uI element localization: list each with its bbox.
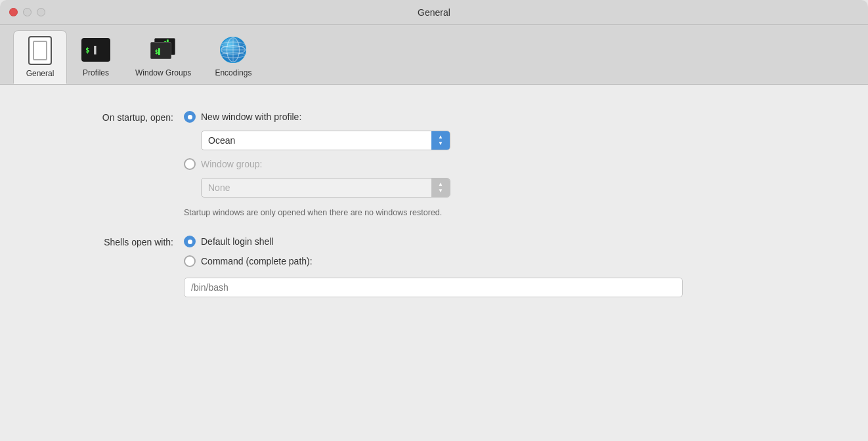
tab-profiles-label: Profiles (83, 68, 109, 77)
arrow-down-icon: ▼ (438, 141, 443, 146)
wg-arrow-up-icon: ▲ (438, 182, 443, 187)
window-group-option[interactable]: Window group: (184, 158, 450, 170)
shells-setting-row: Shells open with: Default login shell Co… (39, 236, 829, 297)
window-group-label: Window group: (201, 159, 262, 169)
general-icon-area (24, 35, 56, 66)
default-shell-label: Default login shell (201, 236, 274, 247)
minimize-button[interactable] (23, 8, 32, 16)
traffic-lights (9, 8, 45, 16)
default-shell-radio[interactable] (184, 236, 196, 247)
arrow-up-icon: ▲ (438, 135, 443, 140)
tab-profiles[interactable]: $ ▌ Profiles (70, 30, 122, 84)
command-option[interactable]: Command (complete path): (184, 255, 683, 267)
startup-hint: Startup windows are only opened when the… (184, 208, 450, 217)
encodings-icon-area (217, 34, 249, 66)
shells-label: Shells open with: (39, 236, 184, 247)
window-group-dropdown-arrows[interactable]: ▲ ▼ (431, 178, 450, 197)
window-groups-icon-area: $▌ $▌ (148, 34, 179, 66)
profiles-icon-text: $ ▌ (85, 46, 98, 54)
profile-dropdown[interactable]: Ocean ▲ ▼ (201, 131, 450, 150)
window-group-dropdown[interactable]: None ▲ ▼ (201, 178, 450, 198)
profiles-icon: $ ▌ (81, 38, 110, 62)
tab-window-groups-label: Window Groups (135, 68, 191, 77)
general-icon (28, 36, 52, 65)
window-groups-icon: $▌ $▌ (149, 38, 178, 62)
tab-general[interactable]: General (13, 30, 67, 84)
wg-arrow-down-icon: ▼ (438, 188, 443, 194)
content-area: On startup, open: New window with profil… (0, 85, 868, 441)
profiles-icon-area: $ ▌ (80, 34, 112, 66)
toolbar: General $ ▌ Profiles $▌ (0, 25, 868, 85)
tab-encodings[interactable]: Encodings (204, 30, 262, 84)
profile-dropdown-container: Ocean ▲ ▼ (201, 131, 450, 150)
title-bar: General (0, 0, 868, 25)
new-window-radio[interactable] (184, 111, 196, 123)
command-radio[interactable] (184, 255, 196, 267)
settings-grid: On startup, open: New window with profil… (39, 111, 829, 297)
maximize-button[interactable] (37, 8, 45, 16)
globe-svg (219, 35, 248, 64)
close-button[interactable] (9, 8, 18, 16)
new-window-option[interactable]: New window with profile: (184, 111, 450, 123)
shells-controls: Default login shell Command (complete pa… (184, 236, 683, 297)
window-group-dropdown-value: None (202, 178, 431, 197)
main-window: General General $ ▌ Profiles (0, 0, 868, 441)
profile-dropdown-value: Ocean (202, 131, 431, 150)
command-label: Command (complete path): (201, 256, 313, 266)
profile-dropdown-arrows[interactable]: ▲ ▼ (431, 131, 450, 150)
default-shell-option[interactable]: Default login shell (184, 236, 683, 247)
startup-controls: New window with profile: Ocean ▲ ▼ (184, 111, 450, 217)
window-title: General (418, 7, 450, 18)
command-input[interactable] (184, 278, 683, 297)
tab-general-label: General (26, 69, 54, 78)
tab-window-groups[interactable]: $▌ $▌ Window Groups (125, 30, 202, 84)
new-window-label: New window with profile: (201, 112, 301, 122)
startup-label: On startup, open: (39, 111, 184, 123)
encodings-icon (219, 35, 248, 64)
window-group-dropdown-container: None ▲ ▼ (201, 178, 450, 198)
window-group-radio[interactable] (184, 158, 196, 170)
startup-setting-row: On startup, open: New window with profil… (39, 111, 829, 217)
tab-encodings-label: Encodings (215, 68, 251, 77)
